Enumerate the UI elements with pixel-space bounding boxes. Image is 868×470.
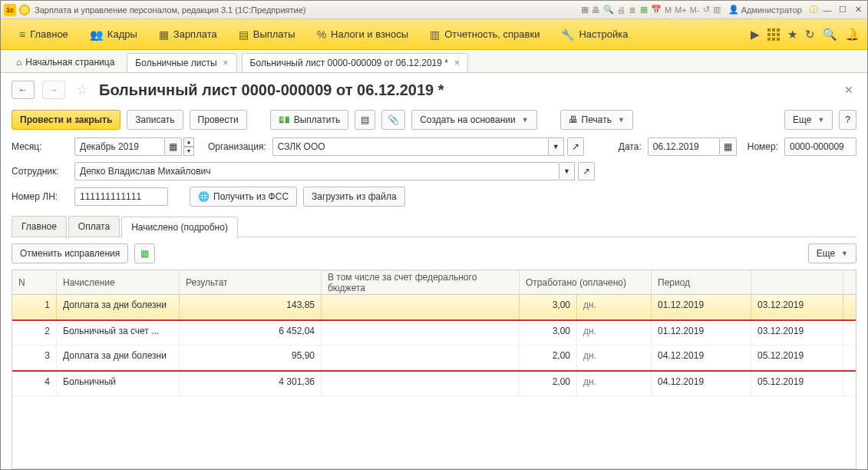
printer-icon: 🖶: [569, 114, 578, 125]
number-label: Номер:: [748, 141, 778, 152]
menu-settings[interactable]: 🔧Настройка: [550, 19, 639, 49]
tab-sick-leave-doc[interactable]: Больничный лист 0000-000009 от 06.12.201…: [242, 53, 468, 72]
calendar31-icon[interactable]: 📅: [651, 5, 662, 15]
mplus-mark[interactable]: M+: [675, 5, 687, 15]
history-dropdown-icon[interactable]: [19, 5, 30, 15]
post-and-close-button[interactable]: Провести и закрыть: [12, 110, 120, 130]
month-field[interactable]: Декабрь 2019: [74, 137, 165, 156]
month-down-button[interactable]: ▼: [183, 147, 194, 156]
home-icon: ⌂: [16, 57, 21, 68]
grid-more-label: Еще: [817, 248, 835, 259]
grid-icon[interactable]: ▥: [713, 5, 721, 15]
org-field[interactable]: СЗЛК ООО: [272, 137, 549, 156]
table-row[interactable]: 3Доплата за дни болезни95,902,00дн.04.12…: [12, 346, 856, 370]
undo-fixes-button[interactable]: Отменить исправления: [12, 243, 128, 263]
org-dropdown-button[interactable]: ▼: [549, 137, 564, 156]
attach-button[interactable]: 📎: [381, 110, 405, 130]
date-calendar-button[interactable]: ▦: [720, 137, 737, 156]
m-mark[interactable]: M: [665, 5, 672, 15]
bell-icon[interactable]: 🔔: [845, 28, 860, 41]
col-accrual[interactable]: Начисление: [57, 270, 180, 294]
menu-hamburger[interactable]: ≡Главное: [8, 19, 79, 49]
month-label: Месяц:: [12, 141, 68, 152]
menu-settings-label: Настройка: [579, 28, 628, 40]
minimize-button[interactable]: —: [821, 5, 833, 15]
close-icon[interactable]: ×: [454, 58, 460, 68]
menu-hr[interactable]: 👥Кадры: [79, 19, 148, 49]
tb-tool-icon[interactable]: ▦: [581, 5, 589, 15]
hamburger-icon: ≡: [19, 28, 25, 41]
help-button[interactable]: ?: [839, 110, 856, 130]
mminus-mark[interactable]: M-: [690, 5, 700, 15]
history-icon[interactable]: ↻: [805, 28, 815, 41]
cell-accrual: Доплата за дни болезни: [57, 295, 180, 319]
favorite-star-icon[interactable]: ☆: [76, 81, 88, 98]
search-icon[interactable]: 🔍: [603, 5, 614, 15]
number-field[interactable]: 0000-000009: [784, 137, 856, 156]
menu-taxes[interactable]: %Налоги и взносы: [306, 19, 420, 49]
app-window: 1c Зарплата и управление персоналом, ред…: [0, 0, 868, 470]
calendar-icon[interactable]: ▦: [640, 5, 648, 15]
ln-field[interactable]: 111111111111: [74, 187, 168, 206]
menu-payments[interactable]: ▤Выплаты: [228, 19, 306, 49]
maximize-button[interactable]: ☐: [837, 5, 849, 15]
table-row[interactable]: 4Больничный4 301,362,00дн.04.12.201905.1…: [12, 372, 856, 396]
tab-strip: ⌂ Начальная страница Больничные листы × …: [1, 50, 867, 73]
search-icon-menu[interactable]: 🔍: [823, 28, 837, 41]
date-field[interactable]: 06.12.2019: [648, 137, 720, 156]
nav-forward-button[interactable]: →: [42, 81, 65, 99]
home-tab[interactable]: ⌂ Начальная страница: [8, 52, 122, 72]
user-badge[interactable]: 👤 Администратор: [728, 5, 802, 15]
menu-salary[interactable]: ▦Зарплата: [148, 19, 228, 49]
col-result[interactable]: Результат: [180, 270, 322, 294]
tab-payment[interactable]: Оплата: [68, 216, 120, 237]
load-from-file-button[interactable]: Загрузить из файла: [303, 187, 405, 207]
print-button[interactable]: 🖶Печать▼: [560, 110, 633, 130]
info-icon[interactable]: ⓘ: [810, 4, 818, 15]
col-n[interactable]: N: [12, 270, 57, 294]
chevron-down-icon: ▼: [618, 116, 625, 124]
star-icon[interactable]: ★: [787, 28, 797, 41]
printer2-icon[interactable]: 🖨: [617, 5, 625, 15]
open-external-icon: ↗: [572, 141, 579, 152]
grid-cards-button[interactable]: ▦: [134, 243, 155, 263]
pay-button[interactable]: 💵Выплатить: [270, 110, 349, 130]
table-row[interactable]: 1Доплата за дни болезни143,853,00дн.01.1…: [12, 295, 856, 319]
more-button[interactable]: Еще▼: [784, 110, 833, 130]
employee-dropdown-button[interactable]: ▼: [559, 162, 575, 180]
month-calendar-button[interactable]: ▦: [165, 137, 182, 156]
close-doc-button[interactable]: ✕: [841, 81, 856, 99]
tab-sick-leaves[interactable]: Больничные листы ×: [127, 53, 236, 72]
admin-label: Администратор: [741, 5, 802, 15]
tab-accrued-detail[interactable]: Начислено (подробно): [121, 217, 238, 237]
col-federal[interactable]: В том числе за счет федерального бюджета: [322, 270, 520, 294]
nav-back-button[interactable]: ←: [12, 81, 35, 99]
create-on-basis-label: Создать на основании: [420, 114, 516, 125]
col-worked[interactable]: Отработано (оплачено): [520, 270, 652, 294]
org-open-button[interactable]: ↗: [567, 137, 584, 156]
tab-main[interactable]: Главное: [12, 216, 67, 237]
close-icon[interactable]: ×: [223, 58, 229, 68]
get-from-fss-button[interactable]: 🌐Получить из ФСС: [190, 187, 297, 207]
employee-open-button[interactable]: ↗: [578, 162, 595, 180]
date-label: Дата:: [619, 141, 642, 152]
clock-back-icon[interactable]: ↺: [703, 5, 710, 15]
doc-icon[interactable]: 🗎: [629, 5, 637, 15]
month-up-button[interactable]: ▲: [183, 137, 194, 147]
play-icon[interactable]: ▶: [751, 28, 760, 41]
app-1c-icon: 1c: [4, 4, 16, 16]
table-row[interactable]: 2Больничный за счет ...6 452,043,00дн.01…: [12, 321, 856, 346]
list-button[interactable]: ▤: [355, 110, 375, 130]
menu-reports[interactable]: ▥Отчетность, справки: [419, 19, 550, 49]
post-button[interactable]: Провести: [190, 110, 247, 130]
calendar-icon: ▦: [169, 141, 177, 152]
apps-icon[interactable]: [767, 28, 780, 41]
col-period-to[interactable]: [751, 270, 843, 294]
save-button[interactable]: Записать: [127, 110, 183, 130]
grid-more-button[interactable]: Еще▼: [808, 243, 856, 263]
create-on-basis-button[interactable]: Создать на основании▼: [411, 110, 536, 130]
close-window-button[interactable]: ✕: [852, 5, 864, 15]
print-icon[interactable]: 🖶: [592, 5, 600, 15]
employee-field[interactable]: Депко Владислав Михайлович: [74, 162, 559, 180]
col-period[interactable]: Период: [652, 270, 751, 294]
